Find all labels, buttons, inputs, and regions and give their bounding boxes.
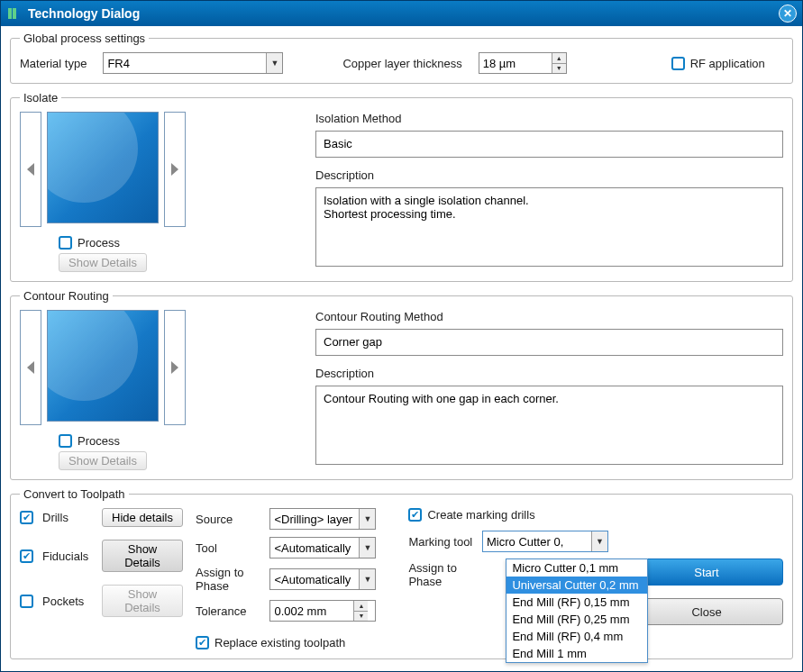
chevron-down-icon[interactable]: ▼ bbox=[359, 538, 375, 558]
copper-thickness-label: Copper layer thickness bbox=[342, 57, 461, 70]
svg-marker-5 bbox=[171, 361, 178, 374]
spin-up-icon[interactable]: ▲ bbox=[354, 601, 368, 612]
chevron-down-icon[interactable]: ▼ bbox=[359, 509, 375, 529]
contour-legend: Contour Routing bbox=[20, 289, 113, 303]
svg-marker-2 bbox=[27, 163, 34, 176]
marking-tool-option[interactable]: End Mill 1 mm bbox=[506, 645, 647, 662]
marking-phase-label: Assign to Phase bbox=[408, 561, 473, 588]
create-marking-label: Create marking drills bbox=[427, 508, 534, 522]
isolation-method-value: Basic bbox=[315, 131, 783, 158]
isolate-show-details-button[interactable]: Show Details bbox=[59, 253, 147, 272]
tolerance-label: Tolerance bbox=[196, 604, 260, 618]
copper-thickness-input[interactable]: ▲▼ bbox=[479, 52, 567, 74]
marking-tool-label: Marking tool bbox=[408, 535, 473, 549]
marking-tool-option[interactable]: End Mill (RF) 0,25 mm bbox=[506, 611, 647, 628]
close-icon[interactable]: ✕ bbox=[779, 5, 797, 23]
assign-phase-select[interactable]: <Automatically▼ bbox=[269, 568, 376, 590]
svg-rect-1 bbox=[13, 8, 16, 19]
contour-next-button[interactable] bbox=[164, 310, 186, 425]
window-title: Technology Dialog bbox=[28, 6, 779, 21]
isolation-method-label: Isolation Method bbox=[315, 112, 783, 125]
app-icon bbox=[6, 6, 21, 21]
start-button[interactable]: Start bbox=[630, 558, 783, 586]
pockets-label: Pockets bbox=[42, 595, 93, 608]
replace-toolpath-checkbox[interactable] bbox=[196, 636, 209, 649]
fiducials-checkbox[interactable] bbox=[20, 549, 33, 563]
close-button[interactable]: Close bbox=[630, 598, 783, 625]
marking-tool-select[interactable]: Micro Cutter 0,▼ bbox=[482, 531, 608, 552]
source-label: Source bbox=[196, 513, 260, 526]
drills-details-button[interactable]: Hide details bbox=[102, 508, 183, 527]
material-type-label: Material type bbox=[20, 57, 87, 70]
convert-group: Convert to Toolpath Drills Hide details … bbox=[10, 487, 793, 659]
contour-description-value: Contour Routing with one gap in each cor… bbox=[315, 386, 783, 465]
isolation-description-label: Description bbox=[315, 168, 783, 182]
contour-group: Contour Routing Process bbox=[10, 289, 793, 480]
marking-tool-dropdown[interactable]: Micro Cutter 0,1 mmUniversal Cutter 0,2 … bbox=[506, 558, 648, 663]
global-legend: Global process settings bbox=[20, 32, 149, 45]
isolate-next-button[interactable] bbox=[164, 112, 186, 227]
contour-preview-image bbox=[47, 310, 159, 422]
isolate-process-label: Process bbox=[78, 236, 120, 250]
material-type-select[interactable]: FR4 ▼ bbox=[103, 52, 283, 74]
marking-tool-option[interactable]: Universal Cutter 0,2 mm bbox=[506, 577, 647, 594]
spin-down-icon[interactable]: ▼ bbox=[552, 64, 566, 74]
drills-label: Drills bbox=[42, 511, 93, 524]
fiducials-label: Fiducials bbox=[42, 549, 93, 563]
rf-application-label: RF application bbox=[690, 57, 765, 70]
isolate-prev-button[interactable] bbox=[20, 112, 41, 227]
isolate-group: Isolate Process Show De bbox=[10, 91, 793, 282]
isolate-process-checkbox[interactable] bbox=[59, 236, 72, 250]
pockets-checkbox[interactable] bbox=[20, 595, 33, 608]
marking-tool-option[interactable]: End Mill (RF) 0,4 mm bbox=[506, 628, 647, 645]
svg-marker-3 bbox=[171, 163, 178, 176]
contour-show-details-button[interactable]: Show Details bbox=[59, 451, 147, 470]
contour-process-label: Process bbox=[78, 434, 120, 448]
contour-description-label: Description bbox=[315, 367, 783, 380]
tool-label: Tool bbox=[196, 541, 260, 555]
create-marking-checkbox[interactable] bbox=[408, 508, 422, 522]
marking-tool-option[interactable]: Micro Cutter 0,1 mm bbox=[506, 559, 647, 577]
contour-method-value: Corner gap bbox=[315, 329, 783, 356]
marking-tool-option[interactable]: End Mill (RF) 0,15 mm bbox=[506, 594, 647, 611]
contour-process-checkbox[interactable] bbox=[59, 434, 72, 448]
contour-method-label: Contour Routing Method bbox=[315, 310, 783, 323]
global-settings-group: Global process settings Material type FR… bbox=[10, 32, 793, 84]
convert-legend: Convert to Toolpath bbox=[20, 487, 129, 501]
assign-phase-label: Assign to Phase bbox=[196, 566, 260, 593]
chevron-down-icon[interactable]: ▼ bbox=[591, 531, 607, 551]
isolate-preview-image bbox=[47, 112, 159, 223]
contour-prev-button[interactable] bbox=[20, 310, 41, 425]
svg-rect-0 bbox=[8, 8, 12, 19]
tolerance-input[interactable]: ▲▼ bbox=[269, 600, 376, 622]
chevron-down-icon[interactable]: ▼ bbox=[359, 569, 375, 589]
spin-up-icon[interactable]: ▲ bbox=[552, 53, 566, 64]
isolation-description-value: Isolation with a single isolation channe… bbox=[315, 187, 783, 267]
fiducials-details-button[interactable]: Show Details bbox=[102, 540, 183, 572]
rf-application-checkbox[interactable] bbox=[671, 57, 685, 70]
tool-select[interactable]: <Automatically▼ bbox=[269, 537, 376, 558]
titlebar: Technology Dialog ✕ bbox=[1, 1, 802, 26]
spin-down-icon[interactable]: ▼ bbox=[354, 612, 368, 622]
source-select[interactable]: <Drilling> layer▼ bbox=[269, 508, 376, 530]
replace-toolpath-label: Replace existing toolpath bbox=[214, 636, 345, 649]
drills-checkbox[interactable] bbox=[20, 511, 33, 524]
isolate-legend: Isolate bbox=[20, 91, 61, 104]
pockets-details-button[interactable]: Show Details bbox=[102, 585, 183, 617]
svg-marker-4 bbox=[27, 361, 34, 374]
chevron-down-icon[interactable]: ▼ bbox=[266, 53, 282, 73]
